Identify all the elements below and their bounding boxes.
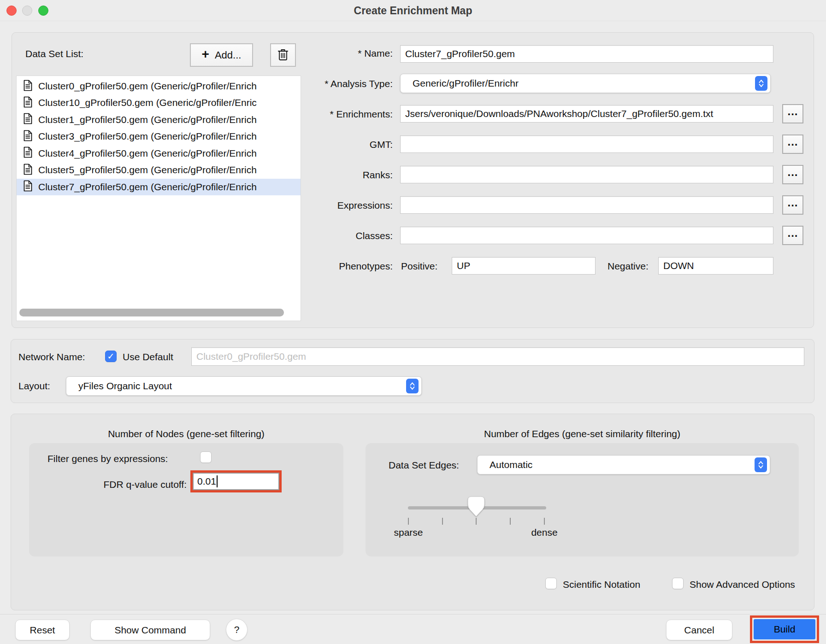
network-name-label: Network Name: (18, 351, 85, 363)
ellipsis-icon: ... (787, 135, 798, 148)
data-set-edges-select[interactable]: Automatic (477, 455, 770, 474)
ellipsis-icon: ... (787, 196, 798, 209)
list-item-label: Cluster1_gProfiler50.gem (Generic/gProfi… (38, 114, 257, 125)
document-icon (23, 164, 33, 177)
cancel-button-label: Cancel (684, 625, 714, 636)
list-item-label: Cluster4_gProfiler50.gem (Generic/gProfi… (38, 148, 257, 159)
name-label: * Name: (254, 48, 393, 59)
expressions-browse-button[interactable]: ... (782, 195, 803, 215)
text-cursor (217, 475, 218, 487)
fdr-cutoff-input[interactable]: 0.01 (193, 473, 279, 490)
slider-tick (544, 518, 545, 525)
list-item-label: Cluster0_gProfiler50.gem (Generic/gProfi… (38, 81, 257, 92)
analysis-type-value: Generic/gProfiler/Enrichr (407, 78, 519, 89)
dataset-list-label: Data Set List: (25, 48, 83, 59)
show-advanced-options-checkbox[interactable] (672, 578, 684, 589)
name-input[interactable]: Cluster7_gProfiler50.gem (400, 45, 773, 63)
classes-browse-button[interactable]: ... (782, 226, 803, 245)
positive-phenotype-input[interactable]: UP (452, 257, 596, 275)
edges-section-title: Number of Edges (gene-set similarity fil… (366, 428, 799, 439)
document-icon (23, 80, 33, 93)
reset-button-label: Reset (30, 625, 55, 636)
document-icon (23, 113, 33, 126)
network-name-placeholder: Cluster0_gProfiler50.gem (196, 351, 306, 362)
chevron-up-down-icon (406, 379, 419, 393)
cancel-button[interactable]: Cancel (666, 620, 732, 640)
chevron-up-down-icon (755, 457, 767, 472)
slider-tick (510, 518, 511, 525)
slider-thumb[interactable] (466, 495, 486, 519)
list-item-label: Cluster3_gProfiler50.gem (Generic/gProfi… (38, 131, 257, 142)
expressions-label: Expressions: (254, 200, 393, 211)
negative-label: Negative: (608, 261, 649, 272)
show-command-label: Show Command (114, 625, 186, 636)
ellipsis-icon: ... (787, 227, 798, 240)
show-advanced-options-label: Show Advanced Options (690, 579, 795, 590)
enrichments-browse-button[interactable]: ... (782, 104, 803, 123)
enrichments-value: Jsers/veronique/Downloads/PNAworkshop/Cl… (405, 108, 713, 119)
help-button[interactable]: ? (226, 619, 248, 641)
network-name-input[interactable]: Cluster0_gProfiler50.gem (191, 347, 804, 366)
layout-select[interactable]: yFiles Organic Layout (66, 376, 422, 396)
fdr-value: 0.01 (197, 476, 216, 487)
chevron-up-down-icon (755, 76, 767, 91)
list-item-label: Cluster5_gProfiler50.gem (Generic/gProfi… (38, 164, 257, 176)
slider-tick (408, 518, 409, 525)
reset-button[interactable]: Reset (15, 620, 70, 640)
enrichments-input[interactable]: Jsers/veronique/Downloads/PNAworkshop/Cl… (400, 105, 773, 123)
gmt-label: GMT: (254, 139, 393, 150)
document-icon (23, 146, 33, 160)
plus-icon: + (202, 47, 209, 62)
ellipsis-icon: ... (787, 166, 798, 179)
slider-dense-label: dense (521, 527, 567, 538)
list-item-selected[interactable]: Cluster7_gProfiler50.gem (Generic/gProfi… (17, 179, 301, 195)
data-set-edges-label: Data Set Edges: (389, 460, 459, 471)
ranks-label: Ranks: (254, 170, 393, 181)
negative-value: DOWN (663, 260, 694, 271)
scientific-notation-label: Scientific Notation (563, 579, 640, 590)
phenotypes-label: Phenotypes: (254, 261, 393, 272)
footer-divider (0, 614, 826, 615)
title-bar: Create Enrichment Map (0, 0, 826, 21)
analysis-type-select[interactable]: Generic/gProfiler/Enrichr (400, 74, 771, 93)
ranks-input[interactable] (400, 166, 773, 183)
negative-phenotype-input[interactable]: DOWN (658, 257, 773, 275)
document-icon (23, 180, 33, 193)
gmt-browse-button[interactable]: ... (782, 135, 803, 154)
window-title: Create Enrichment Map (0, 0, 826, 21)
list-item-label: Cluster10_gProfiler50.gem (Generic/gProf… (38, 97, 257, 108)
ranks-browse-button[interactable]: ... (782, 165, 803, 184)
ellipsis-icon: ... (787, 105, 798, 118)
positive-label: Positive: (401, 261, 437, 272)
build-button[interactable]: Build (754, 619, 815, 639)
filter-genes-checkbox[interactable] (200, 451, 212, 463)
classes-label: Classes: (254, 230, 393, 241)
expressions-input[interactable] (400, 196, 773, 214)
show-command-button[interactable]: Show Command (90, 620, 210, 640)
add-button-label: Add... (215, 49, 241, 61)
list-item-label: Cluster7_gProfiler50.gem (Generic/gProfi… (38, 181, 257, 193)
data-set-edges-value: Automatic (484, 459, 532, 470)
add-dataset-button[interactable]: + Add... (190, 43, 253, 67)
use-default-checkbox[interactable] (105, 351, 117, 362)
fdr-cutoff-label: FDR q-value cutoff: (48, 479, 187, 490)
slider-tick (442, 518, 443, 525)
horizontal-scrollbar[interactable] (19, 309, 284, 316)
enrichments-label: * Enrichments: (254, 109, 393, 120)
build-button-label: Build (774, 624, 796, 635)
question-mark-icon: ? (234, 624, 240, 635)
filter-genes-label: Filter genes by expressions: (47, 453, 168, 464)
document-icon (23, 96, 33, 110)
slider-sparse-label: sparse (385, 527, 431, 538)
positive-value: UP (457, 260, 470, 271)
scientific-notation-checkbox[interactable] (545, 578, 557, 589)
nodes-section-title: Number of Nodes (gene-set filtering) (29, 428, 343, 439)
name-value: Cluster7_gProfiler50.gem (405, 48, 515, 59)
use-default-label: Use Default (123, 351, 173, 363)
layout-label: Layout: (18, 381, 50, 392)
analysis-type-label: * Analysis Type: (254, 78, 393, 89)
create-enrichment-map-dialog: Create Enrichment Map Data Set List: + A… (0, 0, 826, 644)
classes-input[interactable] (400, 227, 773, 244)
fdr-highlight-frame: 0.01 (190, 470, 282, 492)
gmt-input[interactable] (400, 135, 773, 153)
